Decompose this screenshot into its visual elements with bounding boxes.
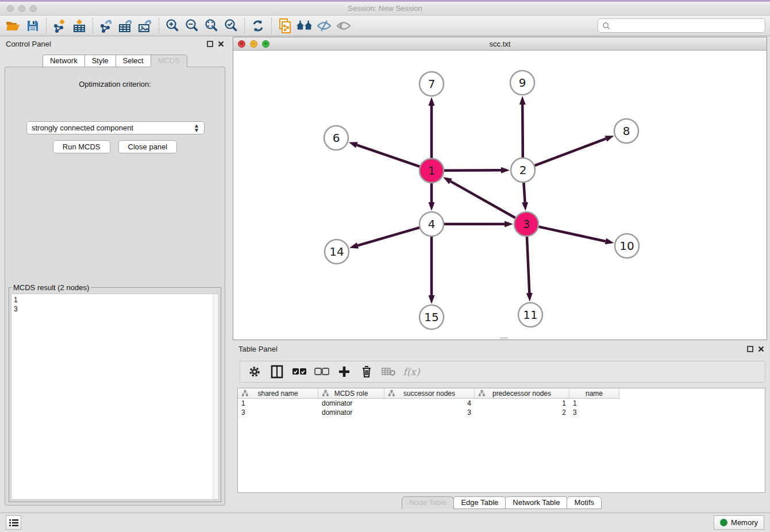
- edge-3-1[interactable]: [451, 182, 515, 218]
- edge-arrowhead: [429, 97, 435, 106]
- result-scrollbar[interactable]: [213, 294, 218, 499]
- search-input[interactable]: [613, 20, 765, 32]
- column-type-icon: [388, 390, 395, 396]
- show-columns-button[interactable]: [267, 363, 287, 381]
- refresh-button[interactable]: [249, 17, 267, 34]
- mcds-result-group: MCDS result (2 nodes) 1 3: [9, 283, 221, 502]
- cell-successor-nodes[interactable]: 4: [384, 399, 475, 408]
- column-header-mcds-role[interactable]: MCDS role: [318, 388, 384, 399]
- control-panel-titlebar: Control Panel: [0, 37, 230, 51]
- export-network-button[interactable]: [98, 17, 115, 34]
- cell-predecessor-nodes[interactable]: 2: [475, 408, 569, 417]
- table-panel: Table Panel: [233, 342, 770, 511]
- edge-2-3[interactable]: [523, 183, 525, 202]
- tab-motifs[interactable]: Motifs: [567, 496, 602, 509]
- cell-shared-name[interactable]: 3: [238, 408, 318, 417]
- tab-edge-table[interactable]: Edge Table: [453, 496, 506, 509]
- control-panel-tabs: Network Style Select MCDS: [0, 55, 230, 67]
- network-window-titlebar[interactable]: ✕ − + scc.txt: [233, 37, 767, 51]
- toolbar-separator: [46, 18, 47, 34]
- edge-2-8[interactable]: [535, 138, 606, 165]
- edge-arrowhead: [505, 221, 513, 228]
- select-all-button[interactable]: [290, 363, 309, 381]
- table-row[interactable]: 1 dominator 4 1 1: [238, 399, 765, 408]
- import-network-button[interactable]: [51, 17, 68, 34]
- graph-node-label: 6: [333, 131, 340, 145]
- column-label: shared name: [257, 390, 298, 398]
- open-session-button[interactable]: [5, 17, 22, 34]
- run-mcds-button[interactable]: Run MCDS: [53, 140, 110, 153]
- export-image-button[interactable]: [137, 17, 154, 34]
- zoom-in-button[interactable]: [164, 17, 181, 34]
- zoom-out-button[interactable]: [183, 17, 201, 34]
- memory-button[interactable]: Memory: [714, 515, 764, 530]
- edge-1-6[interactable]: [357, 145, 419, 167]
- table-toolbar: f(x): [240, 361, 765, 383]
- network-canvas[interactable]: 7968124314101511: [233, 51, 767, 340]
- save-session-button[interactable]: [24, 17, 41, 34]
- add-column-button[interactable]: [334, 363, 354, 381]
- home-button[interactable]: [296, 17, 313, 34]
- tab-select[interactable]: Select: [116, 55, 151, 67]
- zoom-selected-button[interactable]: [222, 17, 240, 34]
- canvas-resize-handle[interactable]: [500, 337, 508, 339]
- edge-3-11[interactable]: [527, 237, 529, 293]
- network-title: scc.txt: [233, 40, 767, 48]
- gear-button[interactable]: [245, 363, 264, 381]
- criterion-dropdown[interactable]: strongly connected component ▲▼: [26, 121, 205, 134]
- result-line: 1: [14, 295, 216, 304]
- network-graph[interactable]: 7968124314101511: [233, 51, 767, 340]
- edge-1-2[interactable]: [444, 170, 501, 171]
- cell-shared-name[interactable]: 1: [238, 399, 318, 408]
- tab-node-table[interactable]: Node Table: [402, 496, 455, 509]
- cell-name[interactable]: 3: [569, 408, 619, 417]
- graph-node-label: 9: [519, 76, 526, 90]
- function-builder-button[interactable]: f(x): [402, 363, 421, 381]
- tab-network[interactable]: Network: [43, 55, 84, 67]
- cell-mcds-role[interactable]: dominator: [318, 408, 384, 417]
- hide-panels-button[interactable]: [315, 17, 333, 34]
- cell-predecessor-nodes[interactable]: 1: [475, 399, 569, 408]
- import-table-button[interactable]: [71, 17, 88, 34]
- column-header-predecessor-nodes[interactable]: predecessor nodes: [475, 388, 569, 399]
- task-history-button[interactable]: [6, 515, 21, 530]
- tab-mcds[interactable]: MCDS: [151, 55, 187, 67]
- column-header-name[interactable]: name: [569, 388, 619, 399]
- toolbar-separator: [244, 18, 245, 34]
- show-panels-button[interactable]: [335, 17, 352, 34]
- first-neighbors-button[interactable]: [276, 17, 294, 34]
- column-label: MCDS role: [334, 390, 368, 398]
- zoom-fit-button[interactable]: [203, 17, 220, 34]
- export-table-button[interactable]: [117, 17, 134, 34]
- edge-arrowhead: [522, 202, 528, 211]
- edge-3-10[interactable]: [538, 227, 605, 241]
- cell-successor-nodes[interactable]: 3: [384, 408, 475, 417]
- edge-2-9[interactable]: [522, 105, 523, 157]
- control-panel-title: Control Panel: [6, 40, 51, 48]
- deselect-all-button[interactable]: [312, 363, 332, 381]
- edge-arrowhead: [349, 142, 358, 148]
- table-row[interactable]: 3 dominator 3 2 3: [238, 408, 765, 417]
- tab-style[interactable]: Style: [84, 55, 116, 67]
- close-panel-icon[interactable]: [218, 41, 224, 47]
- mcds-result-textarea[interactable]: 1 3: [11, 294, 219, 500]
- hide-panels-icon: [316, 19, 332, 33]
- search-field[interactable]: [598, 18, 765, 33]
- dropdown-stepper-icon: ▲▼: [194, 124, 199, 133]
- column-header-successor-nodes[interactable]: successor nodes: [384, 388, 475, 399]
- column-header-shared-name[interactable]: shared name: [238, 388, 318, 399]
- close-panel-button[interactable]: Close panel: [118, 140, 178, 153]
- delete-table-button[interactable]: [379, 363, 399, 381]
- delete-button[interactable]: [357, 363, 376, 381]
- cell-name[interactable]: 1: [569, 399, 619, 408]
- export-table-icon: [118, 18, 134, 33]
- select-all-icon: [292, 368, 307, 376]
- tab-network-table[interactable]: Network Table: [505, 496, 567, 509]
- add-column-icon: [338, 365, 351, 378]
- float-panel-icon[interactable]: [747, 346, 753, 352]
- float-panel-icon[interactable]: [207, 41, 213, 47]
- edge-4-14[interactable]: [357, 228, 419, 245]
- close-panel-icon[interactable]: [758, 346, 764, 352]
- cell-mcds-role[interactable]: dominator: [318, 399, 384, 408]
- application-window: Session: New Session: [0, 0, 770, 532]
